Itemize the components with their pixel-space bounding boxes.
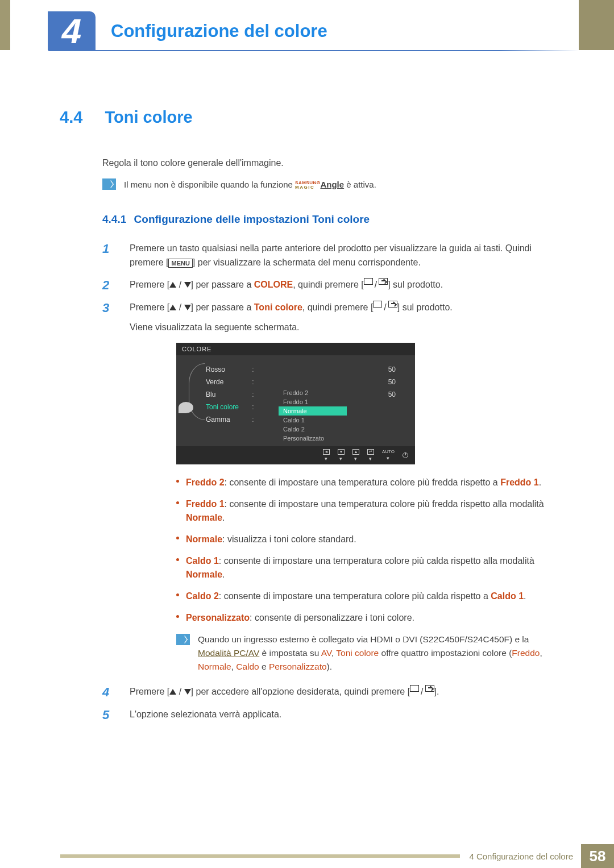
step-3-cont: Viene visualizzata la seguente schermata… <box>130 321 453 335</box>
hl: Toni colore <box>336 648 379 658</box>
source-enter-icon: / <box>364 278 388 292</box>
note-icon <box>176 634 190 645</box>
content-area: 4.4 Toni colore Regola il tono colore ge… <box>60 108 563 730</box>
n: Normale <box>186 534 222 544</box>
steps-list: 1 Premere un tasto qualsiasi nella parte… <box>102 242 563 722</box>
t: Premere [ <box>130 302 169 312</box>
n: Caldo 1 <box>186 556 219 566</box>
note-after: è attiva. <box>346 180 376 189</box>
osd-back-icon: ◄▾ <box>323 449 330 462</box>
bullet-caldo1: Caldo 1: consente di impostare una tempe… <box>176 554 563 582</box>
l: Gamma <box>185 416 248 423</box>
bullet-dot-icon <box>176 558 179 561</box>
left-decor-band <box>0 0 10 50</box>
section-number: 4.4 <box>60 108 102 127</box>
osd-down-icon: ▼▾ <box>338 449 345 462</box>
step-4: 4 Premere [ / ] per accedere all'opzione… <box>102 685 563 700</box>
osd-up-icon: ▲▾ <box>352 449 359 462</box>
osd-body: Rosso:50 Verde:50 Blu:50 Toni colore: Ga… <box>176 355 415 446</box>
hl: AV <box>321 648 331 658</box>
r: Normale <box>186 570 222 579</box>
palette-icon <box>179 402 193 413</box>
step-number: 3 <box>102 301 118 315</box>
bullet-normale: Normale: visualizza i toni colore standa… <box>176 533 563 546</box>
bullet-dot-icon <box>176 615 179 618</box>
n: Freddo 2 <box>186 477 225 487</box>
section-heading: 4.4 Toni colore <box>60 108 563 127</box>
bottom-note: Quando un ingresso esterno è collegato v… <box>176 633 563 674</box>
t: Premere [ <box>130 687 169 696</box>
step-number: 1 <box>102 242 118 256</box>
step-2: 2 Premere [ / ] per passare a COLORE, qu… <box>102 278 563 293</box>
step-5: 5 L'opzione selezionata verrà applicata. <box>102 708 563 722</box>
chapter-number-badge: 4 <box>48 11 96 50</box>
target-label: COLORE <box>254 280 293 289</box>
chapter-underline <box>48 50 579 51</box>
bullet-dot-icon <box>176 501 179 504</box>
bullet-dot-icon <box>176 480 179 483</box>
step-2-text: Premere [ / ] per passare a COLORE, quin… <box>130 278 443 292</box>
bullet-dot-icon <box>176 537 179 539</box>
hl: Caldo <box>236 662 259 671</box>
t: : visualizza i toni colore standard. <box>222 534 356 544</box>
t: , quindi premere [ <box>302 302 374 312</box>
t: . <box>539 477 541 487</box>
t: : consente di impostare una temperatura … <box>219 556 534 566</box>
osd-row-verde: Verde:50 <box>185 376 406 388</box>
osd-title: COLORE <box>176 343 415 355</box>
t: . <box>222 513 225 522</box>
subsection-number: 4.4.1 <box>102 213 126 225</box>
t: . <box>524 591 526 601</box>
osd-sub-item: Caldo 1 <box>279 416 347 425</box>
note-before: Il menu non è disponibile quando la funz… <box>124 180 295 189</box>
hl: Personalizzato <box>269 662 327 671</box>
step-3: 3 Premere [ / ] per passare a Toni color… <box>102 301 563 335</box>
osd-sub-item: Freddo 1 <box>279 397 347 406</box>
hl: Freddo <box>512 648 540 658</box>
t: . <box>222 570 225 579</box>
t: : consente di impostare una temperatura … <box>219 591 491 601</box>
t: ] per accedere all'opzione desiderata, q… <box>191 687 410 696</box>
subsection-title: Configurazione delle impostazioni Toni c… <box>134 213 370 225</box>
page: 4 Configurazione del colore 4.4 Toni col… <box>0 0 614 868</box>
target-label: Toni colore <box>254 302 302 312</box>
page-number-badge: 58 <box>581 844 614 868</box>
menu-key-icon: MENU <box>168 259 192 268</box>
intro-text: Regola il tono colore generale dell'imma… <box>102 158 563 168</box>
t: ] sul prodotto. <box>397 302 453 312</box>
triangle-down-icon <box>184 305 191 310</box>
step-number: 5 <box>102 708 118 722</box>
page-footer: 4 Configurazione del colore 58 <box>0 844 614 868</box>
source-enter-icon: / <box>410 685 434 699</box>
t: offre quattro impostazioni colore ( <box>379 648 512 658</box>
osd-sub-item-active: Normale <box>279 406 347 416</box>
note-icon <box>102 178 116 190</box>
step-number: 4 <box>102 685 118 700</box>
t: : consente di impostare una temperatura … <box>225 499 544 509</box>
osd-footer: ◄▾ ▼▾ ▲▾ ↵▾ AUTO▾ <box>176 446 415 464</box>
n: Freddo 1 <box>186 499 225 509</box>
t: ] sul prodotto. <box>388 280 443 289</box>
t: ). <box>327 662 332 671</box>
link-modalita-pc-av: Modalità PC/AV <box>198 648 259 658</box>
t: è impostata su <box>259 648 321 658</box>
t: Premere [ <box>130 280 169 289</box>
step-number: 2 <box>102 278 118 293</box>
footer-bar <box>60 854 460 858</box>
top-note-text: Il menu non è disponibile quando la funz… <box>124 178 376 190</box>
step-1: 1 Premere un tasto qualsiasi nella parte… <box>102 242 563 270</box>
samsung-magic-logo: SAMSUNGMAGIC <box>295 181 320 190</box>
step-1-text: Premere un tasto qualsiasi nella parte a… <box>130 242 563 270</box>
bullet-list: Freddo 2: consente di impostare una temp… <box>176 476 563 625</box>
triangle-up-icon <box>169 689 176 695</box>
subsection-heading: 4.4.1 Configurazione delle impostazioni … <box>102 213 563 226</box>
osd-sub-item: Caldo 2 <box>279 425 347 434</box>
osd-auto-label: AUTO▾ <box>382 449 395 461</box>
n: Caldo 2 <box>186 591 219 601</box>
t: ] per passare a <box>191 280 254 289</box>
n: Personalizzato <box>186 613 250 622</box>
triangle-up-icon <box>169 282 176 288</box>
osd-enter-icon: ↵▾ <box>367 449 374 462</box>
t: , quindi premere [ <box>293 280 364 289</box>
t: ] per passare a <box>191 302 254 312</box>
